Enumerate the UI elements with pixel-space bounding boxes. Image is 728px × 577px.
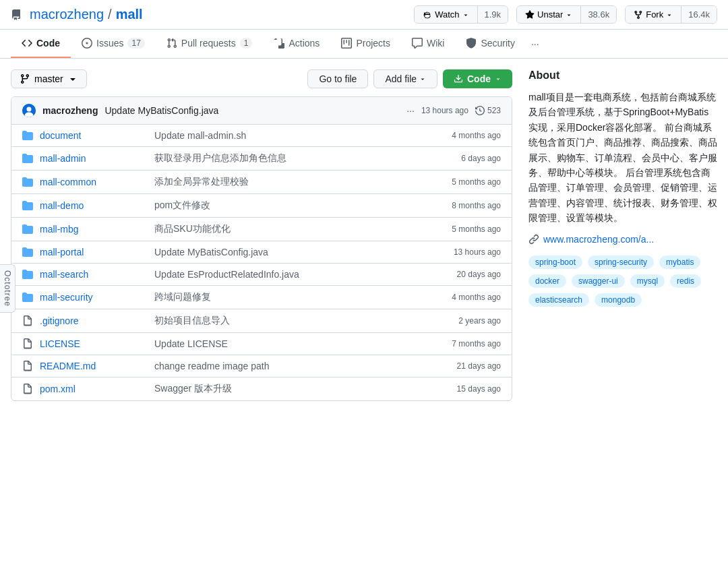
file-time: 4 months ago [420,131,501,140]
file-name[interactable]: mall-portal [40,247,148,257]
topic-tag[interactable]: swagger-ui [572,274,625,288]
file-commit-message: Swagger 版本升级 [154,383,413,395]
file-time: 6 days ago [420,154,501,163]
file-commit-message: change readme image path [154,361,413,371]
tags-container: spring-bootspring-securitymybatisdockers… [528,255,717,307]
main-content: master Go to file Add file Code [0,59,728,412]
tab-code-label: Code [36,38,60,49]
security-icon [466,38,477,49]
file-name[interactable]: mall-mbg [40,224,148,235]
file-name[interactable]: mall-admin [40,153,148,164]
file-commit-message: 添加全局异常处理校验 [154,176,413,188]
add-file-arrow-icon [419,75,426,82]
file-time: 4 months ago [420,293,501,302]
commit-history-count: 523 [487,106,501,115]
file-time: 5 months ago [420,177,501,187]
org-link[interactable]: macrozheng [30,7,104,22]
topic-tag[interactable]: mybatis [659,255,700,269]
topic-tag[interactable]: redis [670,274,701,288]
table-row: README.md change readme image path 21 da… [11,355,512,377]
commit-history-link[interactable]: 523 [475,106,501,115]
topic-tag[interactable]: mysql [630,274,665,288]
file-name[interactable]: README.md [40,361,148,371]
about-description: mall项目是一套电商系统，包括前台商城系统及后台管理系统，基于SpringBo… [528,90,717,226]
file-name[interactable]: mall-security [40,292,148,303]
file-icon [22,338,33,349]
file-time: 20 days ago [420,270,501,279]
tab-security[interactable]: Security [455,30,526,58]
tab-wiki-label: Wiki [427,38,444,49]
repo-link[interactable]: mall [116,7,143,22]
tab-pulls-label: Pull requests [181,38,236,49]
watch-count[interactable]: 1.9k [478,6,508,23]
file-time: 8 months ago [420,201,501,210]
about-link[interactable]: www.macrozheng.com/a... [528,234,717,245]
file-commit-message: 商品SKU功能优化 [154,223,413,235]
commit-author-avatar [22,104,36,117]
fork-button[interactable]: Fork [626,6,681,23]
code-button[interactable]: Code [443,69,512,88]
fork-count[interactable]: 16.4k [681,6,717,23]
topic-tag[interactable]: spring-boot [528,255,582,269]
table-row: mall-demo pom文件修改 8 months ago [11,194,512,218]
pulls-badge: 1 [240,38,253,49]
file-name[interactable]: mall-common [40,177,148,187]
more-tabs-button[interactable]: ··· [526,30,545,57]
tab-pulls[interactable]: Pull requests 1 [156,30,264,58]
tab-actions[interactable]: Actions [263,30,330,58]
branch-bar: master Go to file Add file Code [11,69,512,88]
octotree-panel[interactable]: Octotree [0,264,16,313]
watch-button[interactable]: Watch [415,6,477,23]
file-time: 15 days ago [420,384,501,394]
repo-title: macrozheng / mall [30,7,143,22]
folder-icon [22,153,33,164]
star-count[interactable]: 38.6k [581,6,616,23]
add-file-button[interactable]: Add file [373,69,437,88]
topic-tag[interactable]: mongodb [595,293,642,307]
topic-tag[interactable]: elasticsearch [528,293,589,307]
tab-projects[interactable]: Projects [330,30,401,58]
file-icon [22,361,33,371]
table-row: .gitignore 初始项目信息导入 2 years ago [11,309,512,333]
watch-arrow-icon [462,11,469,18]
file-commit-message: Update LICENSE [154,338,413,349]
file-name[interactable]: mall-demo [40,200,148,211]
nav-tabs: Code Issues 17 Pull requests 1 Actions P… [0,30,728,59]
unstar-button[interactable]: Unstar [517,6,581,23]
commit-message: Update MyBatisConfig.java [104,105,400,116]
branch-selector[interactable]: master [11,69,87,88]
file-time: 7 months ago [420,339,501,348]
branch-name: master [34,73,63,84]
goto-file-button[interactable]: Go to file [307,69,368,88]
file-time: 5 months ago [420,224,501,234]
tab-code[interactable]: Code [11,30,71,58]
watch-button-group: Watch 1.9k [414,5,508,24]
file-name[interactable]: .gitignore [40,315,148,326]
about-title: About [528,69,717,82]
file-name[interactable]: document [40,130,148,141]
file-time: 2 years ago [420,316,501,326]
topic-tag[interactable]: docker [528,274,566,288]
topic-tag[interactable]: spring-security [588,255,654,269]
commit-author-name[interactable]: macrozheng [42,105,98,116]
star-button-group: Unstar 38.6k [516,5,617,24]
tab-wiki[interactable]: Wiki [401,30,455,58]
branch-icon [20,73,30,84]
file-time: 21 days ago [420,361,501,371]
watch-label: Watch [435,9,459,20]
file-name[interactable]: pom.xml [40,384,148,394]
file-commit-message: 跨域问题修复 [154,291,413,303]
tab-issues[interactable]: Issues 17 [71,30,156,58]
branch-actions: Go to file Add file Code [307,69,512,88]
tab-security-label: Security [481,38,515,49]
fork-label: Fork [646,9,663,20]
fork-arrow-icon [666,11,673,18]
file-name[interactable]: mall-search [40,269,148,280]
file-name[interactable]: LICENSE [40,338,148,349]
eye-icon [423,10,432,20]
file-icon [22,384,33,394]
tab-projects-label: Projects [356,38,390,49]
commit-dots-button[interactable]: ··· [406,105,415,116]
avatar-image [22,104,36,117]
table-row: LICENSE Update LICENSE 7 months ago [11,333,512,355]
